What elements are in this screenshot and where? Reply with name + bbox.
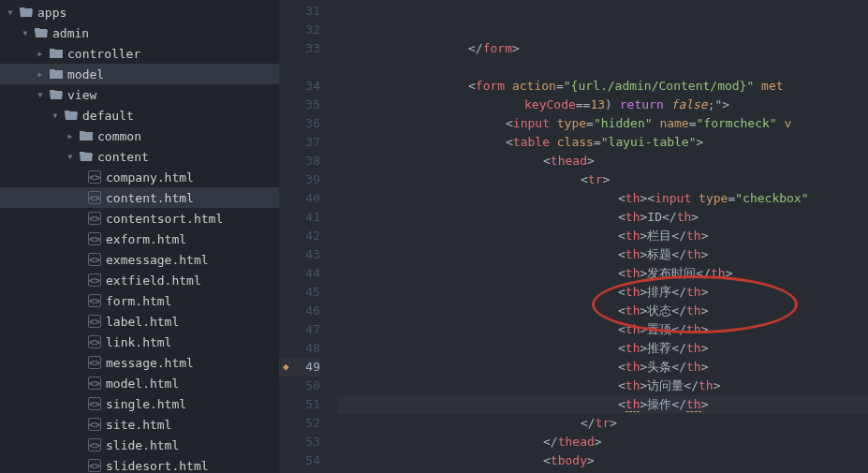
- code-line[interactable]: <form action="{url./admin/Content/mod}" …: [337, 77, 868, 96]
- html-file-icon: <>: [88, 212, 101, 225]
- folder-icon: [79, 128, 94, 143]
- tree-folder-content[interactable]: ▼ content: [0, 146, 279, 167]
- tree-label: contentsort.html: [106, 212, 223, 226]
- tree-label: model.html: [106, 377, 179, 391]
- chevron-down-icon: ▼: [66, 153, 75, 161]
- tree-label: controller: [67, 47, 140, 61]
- folder-open-icon: [34, 25, 49, 40]
- html-file-icon: <>: [88, 232, 101, 245]
- tree-file[interactable]: <>form.html: [0, 290, 279, 311]
- code-line[interactable]: <th>状态</th>: [337, 302, 868, 320]
- folder-icon: [49, 67, 64, 81]
- tree-label: admin: [52, 26, 89, 40]
- code-line[interactable]: <th><input type="checkbox": [337, 189, 868, 208]
- html-file-icon: <>: [88, 418, 101, 431]
- chevron-down-icon: ▼: [21, 29, 30, 37]
- tree-file[interactable]: <>contentsort.html: [0, 208, 279, 229]
- tree-file[interactable]: <>slidesort.html: [0, 455, 279, 473]
- tree-label: link.html: [106, 335, 171, 349]
- folder-open-icon: [19, 5, 34, 20]
- html-file-icon: <>: [88, 191, 101, 204]
- code-line[interactable]: [337, 58, 868, 77]
- code-line[interactable]: <th>标题</th>: [337, 245, 868, 264]
- tree-folder-common[interactable]: ▶ common: [0, 126, 279, 146]
- code-line[interactable]: <th>栏目</th>: [337, 227, 868, 245]
- chevron-down-icon: ▼: [36, 91, 45, 99]
- tree-file[interactable]: <>exform.html: [0, 229, 279, 249]
- tree-label: company.html: [106, 170, 194, 185]
- tree-file[interactable]: <>site.html: [0, 414, 279, 435]
- html-file-icon: <>: [88, 356, 101, 369]
- folder-open-icon: [49, 87, 64, 102]
- folder-icon: [49, 46, 64, 61]
- chevron-right-icon: ▶: [36, 50, 45, 58]
- tree-file[interactable]: <>exmessage.html: [0, 249, 279, 270]
- tree-file[interactable]: <>company.html: [0, 167, 279, 187]
- code-line[interactable]: <th>发布时间</th>: [337, 264, 868, 283]
- html-file-icon: <>: [88, 335, 101, 348]
- tree-label: content: [97, 150, 149, 164]
- code-line[interactable]: </tr>: [337, 414, 868, 433]
- tree-file[interactable]: <>label.html: [0, 311, 279, 332]
- tree-file[interactable]: <>slide.html: [0, 435, 279, 455]
- tree-label: slide.html: [106, 438, 179, 452]
- code-line[interactable]: </form>: [337, 39, 868, 58]
- html-file-icon: <>: [88, 377, 101, 390]
- code-line[interactable]: <th>排序</th>: [337, 283, 868, 302]
- tree-file[interactable]: <>link.html: [0, 332, 279, 352]
- tree-folder-controller[interactable]: ▶ controller: [0, 43, 279, 64]
- tree-file[interactable]: <>message.html: [0, 352, 279, 373]
- html-file-icon: <>: [88, 170, 101, 184]
- tree-label: model: [67, 67, 104, 81]
- code-line[interactable]: <th>访问量</th>: [337, 377, 868, 395]
- tree-label: site.html: [106, 418, 171, 432]
- tree-file[interactable]: <>single.html: [0, 393, 279, 414]
- tree-label: slidesort.html: [106, 459, 209, 473]
- chevron-right-icon: ▶: [36, 70, 45, 79]
- tree-folder-apps[interactable]: ▼ apps: [0, 2, 279, 22]
- tree-label: exmessage.html: [106, 253, 209, 267]
- tree-label: label.html: [106, 315, 179, 329]
- file-tree[interactable]: ▼ apps ▼ admin ▶ controller ▶ model ▼ vi…: [0, 0, 279, 473]
- code-line[interactable]: <th>操作</th>: [337, 395, 868, 414]
- code-line[interactable]: <input type="hidden" name="formcheck" v: [337, 114, 868, 133]
- code-line[interactable]: <tbody>: [337, 451, 868, 470]
- tree-label: exform.html: [106, 232, 186, 246]
- code-line[interactable]: <th>头条</th>: [337, 358, 868, 377]
- html-file-icon: <>: [88, 459, 101, 472]
- code-line[interactable]: <th>ID</th>: [337, 208, 868, 227]
- tree-folder-view[interactable]: ▼ view: [0, 84, 279, 105]
- tree-label: content.html: [106, 191, 194, 205]
- folder-open-icon: [79, 149, 94, 164]
- code-line[interactable]: </thead>: [337, 433, 868, 451]
- tree-label: apps: [37, 6, 66, 20]
- chevron-down-icon: ▼: [51, 111, 60, 120]
- tree-label: common: [97, 129, 141, 143]
- chevron-right-icon: ▶: [66, 132, 75, 140]
- code-line[interactable]: <th>置顶</th>: [337, 320, 868, 339]
- tree-folder-default[interactable]: ▼ default: [0, 105, 279, 126]
- line-number-gutter: 313233 34353637383940414243444546474849◆…: [279, 0, 337, 473]
- tree-label: message.html: [106, 356, 194, 370]
- tree-label: default: [82, 109, 134, 123]
- tree-file[interactable]: <>extfield.html: [0, 270, 279, 290]
- tree-folder-admin[interactable]: ▼ admin: [0, 22, 279, 43]
- code-line[interactable]: keyCode==13) return false;">: [337, 96, 868, 114]
- html-file-icon: <>: [88, 273, 101, 287]
- code-editor[interactable]: </form><form action="{url./admin/Content…: [337, 0, 868, 473]
- code-line[interactable]: <thead>: [337, 152, 868, 170]
- tree-folder-model[interactable]: ▶ model: [0, 64, 279, 84]
- tree-file[interactable]: <>model.html: [0, 373, 279, 393]
- tree-label: single.html: [106, 397, 186, 411]
- code-line[interactable]: <table class="layui-table">: [337, 133, 868, 152]
- chevron-down-icon: ▼: [6, 8, 15, 17]
- tree-label: view: [67, 88, 96, 102]
- tree-label: form.html: [106, 294, 171, 308]
- tree-file-active[interactable]: <>content.html: [0, 187, 279, 208]
- html-file-icon: <>: [88, 438, 101, 451]
- code-line[interactable]: <th>推荐</th>: [337, 339, 868, 358]
- code-line[interactable]: <tr>: [337, 170, 868, 189]
- html-file-icon: <>: [88, 253, 101, 266]
- html-file-icon: <>: [88, 294, 101, 307]
- html-file-icon: <>: [88, 397, 101, 410]
